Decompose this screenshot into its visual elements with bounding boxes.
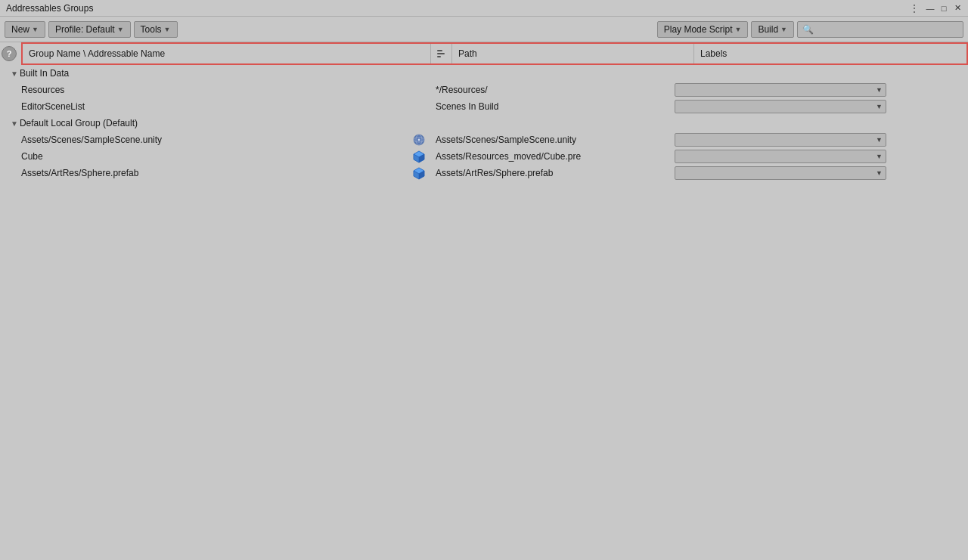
expand-arrow[interactable]: ▼ xyxy=(11,70,18,78)
help-icon[interactable]: ? xyxy=(2,46,17,61)
minimize-button[interactable]: — xyxy=(924,2,936,14)
title-controls: ⋮ — □ ✕ xyxy=(909,2,963,14)
close-button[interactable]: ✕ xyxy=(951,2,963,14)
item-path-resources: */Resources/ xyxy=(430,85,672,95)
build-dropdown-arrow: ▼ xyxy=(780,26,787,33)
labels-dropdown-arrow: ▼ xyxy=(876,86,883,94)
item-name-sphere: Assets/ArtRes/Sphere.prefab xyxy=(0,168,408,178)
item-labels-editor-scene: ▼ xyxy=(672,100,968,113)
maximize-button[interactable]: □ xyxy=(938,2,950,14)
labels-dropdown-cube[interactable]: ▼ xyxy=(675,150,886,163)
labels-dropdown-arrow-2: ▼ xyxy=(876,103,883,110)
help-cell: ? xyxy=(0,42,21,65)
svg-rect-1 xyxy=(437,53,445,54)
prefab-icon xyxy=(412,166,426,180)
cube-icon xyxy=(412,150,426,163)
col-header-path: Path xyxy=(452,44,694,63)
item-name-editor-scene: EditorSceneList xyxy=(0,101,408,112)
item-labels-resources: ▼ xyxy=(672,83,968,97)
item-labels-sample-scene: ▼ xyxy=(672,133,968,147)
item-row-sample-scene[interactable]: Assets/Scenes/SampleScene.unity Assets/S… xyxy=(0,131,968,148)
title-bar: Addressables Groups ⋮ — □ ✕ xyxy=(0,0,968,17)
item-icon-sample-scene xyxy=(408,133,430,147)
window-title: Addressables Groups xyxy=(6,3,93,14)
labels-dropdown-resources[interactable]: ▼ xyxy=(675,83,886,97)
item-row-sphere[interactable]: Assets/ArtRes/Sphere.prefab Assets/ArtRe… xyxy=(0,165,968,181)
profile-dropdown-arrow: ▼ xyxy=(117,26,124,33)
svg-rect-2 xyxy=(437,56,441,57)
col-header-sort-icon[interactable] xyxy=(431,44,452,63)
new-button[interactable]: New ▼ xyxy=(5,21,45,38)
col-header-name: Group Name \ Addressable Name xyxy=(23,44,431,63)
group-name-built-in: ▼ Built In Data xyxy=(0,68,408,79)
item-icon-sphere xyxy=(408,166,430,180)
group-row-default-local[interactable]: ▼ Default Local Group (Default) xyxy=(0,115,968,131)
tools-button[interactable]: Tools ▼ xyxy=(134,21,178,38)
group-row-built-in[interactable]: ▼ Built In Data xyxy=(0,65,968,82)
build-button[interactable]: Build ▼ xyxy=(751,21,794,38)
svg-rect-0 xyxy=(437,50,442,51)
tools-dropdown-arrow: ▼ xyxy=(164,26,171,33)
item-path-editor-scene: Scenes In Build xyxy=(430,101,672,112)
item-name-sample-scene: Assets/Scenes/SampleScene.unity xyxy=(0,135,408,145)
labels-dropdown-arrow-4: ▼ xyxy=(876,153,883,160)
sort-icon xyxy=(436,48,448,60)
addressables-window: Addressables Groups ⋮ — □ ✕ New ▼ Profil… xyxy=(0,0,968,560)
item-path-sphere: Assets/ArtRes/Sphere.prefab xyxy=(430,168,672,178)
table-header: Group Name \ Addressable Name Path Label… xyxy=(21,42,968,65)
col-header-labels: Labels xyxy=(694,44,966,63)
search-input[interactable] xyxy=(797,21,963,38)
labels-dropdown-sample-scene[interactable]: ▼ xyxy=(675,133,886,147)
play-mode-dropdown-arrow: ▼ xyxy=(734,26,741,33)
labels-dropdown-arrow-3: ▼ xyxy=(876,136,883,144)
labels-dropdown-editor-scene[interactable]: ▼ xyxy=(675,100,886,113)
content-area: ▼ Built In Data Resources */Resources/ ▼ xyxy=(0,65,968,560)
item-labels-cube: ▼ xyxy=(672,150,968,163)
new-dropdown-arrow: ▼ xyxy=(32,26,39,33)
item-row-resources[interactable]: Resources */Resources/ ▼ xyxy=(0,82,968,98)
item-path-cube: Assets/Resources_moved/Cube.pre xyxy=(430,151,672,162)
labels-dropdown-arrow-5: ▼ xyxy=(876,169,883,177)
play-mode-button[interactable]: Play Mode Script ▼ xyxy=(657,21,749,38)
profile-button[interactable]: Profile: Default ▼ xyxy=(48,21,131,38)
toolbar: New ▼ Profile: Default ▼ Tools ▼ Play Mo… xyxy=(0,17,968,42)
item-name-resources: Resources xyxy=(0,85,408,95)
expand-arrow-2[interactable]: ▼ xyxy=(11,119,18,128)
item-icon-cube xyxy=(408,150,430,163)
item-path-sample-scene: Assets/Scenes/SampleScene.unity xyxy=(430,135,672,145)
svg-point-6 xyxy=(418,139,420,141)
item-labels-sphere: ▼ xyxy=(672,166,968,180)
group-name-default-local: ▼ Default Local Group (Default) xyxy=(0,118,408,128)
item-row-editor-scene[interactable]: EditorSceneList Scenes In Build ▼ xyxy=(0,98,968,115)
more-options-icon[interactable]: ⋮ xyxy=(909,2,920,14)
item-row-cube[interactable]: Cube Assets/Resources_moved/Cube.pre ▼ xyxy=(0,148,968,165)
labels-dropdown-sphere[interactable]: ▼ xyxy=(675,166,886,180)
scene-icon xyxy=(412,133,426,147)
item-name-cube: Cube xyxy=(0,151,408,162)
